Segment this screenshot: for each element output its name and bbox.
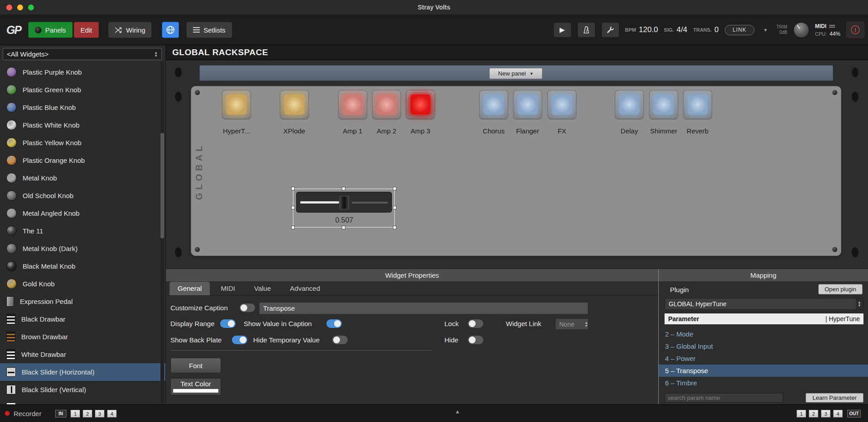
rackspace-canvas[interactable]: New panel ▼ GLOBAL [166, 60, 868, 269]
widget-item-plastic-blue-knob[interactable]: Plastic Blue Knob [0, 99, 166, 116]
panic-button[interactable]: ! [846, 22, 864, 38]
selected-widget-marquee[interactable]: 0.507 [293, 189, 395, 228]
display-range-toggle[interactable] [220, 319, 236, 328]
pad-amp-2[interactable] [372, 90, 401, 119]
widget-item-black-metal-knob[interactable]: Black Metal Knob [0, 257, 166, 275]
edit-button[interactable]: Edit [74, 22, 99, 38]
recorder-out-badge[interactable]: OUT [847, 410, 861, 417]
widget-item-gold-knob[interactable]: Gold Knob [0, 275, 166, 293]
font-button[interactable]: Font [170, 358, 221, 373]
resize-handle[interactable] [393, 206, 396, 209]
pad-amp-3[interactable] [406, 90, 435, 119]
resize-handle[interactable] [393, 187, 396, 190]
widget-item-old-school-knob[interactable]: Old School Knob [0, 187, 166, 204]
resize-handle[interactable] [342, 187, 345, 190]
widget-item-metal-knob-dark[interactable]: Metal Knob (Dark) [0, 240, 166, 257]
expand-panel-caret[interactable]: ▲ [455, 408, 460, 415]
show-back-plate-toggle[interactable] [232, 336, 247, 344]
hide-temporary-value-toggle[interactable] [332, 336, 348, 344]
pad-amp-1[interactable] [338, 90, 367, 119]
global-rackspace-button[interactable] [162, 22, 179, 38]
pad-shimmer[interactable] [649, 90, 678, 119]
tab-value[interactable]: Value [246, 282, 279, 295]
record-icon[interactable] [5, 411, 10, 416]
widget-item-plastic-white-knob[interactable]: Plastic White Knob [0, 116, 166, 134]
resize-handle[interactable] [342, 226, 345, 229]
channel-box-2[interactable]: 2 [83, 410, 92, 417]
widget-item-expression-pedal[interactable]: Expression Pedal [0, 293, 166, 310]
pad-reverb[interactable] [683, 90, 712, 119]
resize-handle[interactable] [291, 187, 295, 190]
channel-box-3[interactable]: 3 [95, 410, 104, 417]
show-value-toggle[interactable] [326, 319, 342, 328]
bpm-display[interactable]: BPM 120.0 [625, 25, 658, 34]
widget-filter-select[interactable]: <All Widgets> ▲▼ [3, 48, 162, 60]
text-color-button[interactable]: Text Color [170, 378, 221, 395]
resize-handle[interactable] [291, 206, 295, 209]
recorder-in-badge[interactable]: IN [55, 410, 66, 417]
tab-midi[interactable]: MIDI [212, 282, 243, 295]
slider-widget[interactable] [296, 192, 392, 213]
widget-link-select[interactable]: None ▲▼ [555, 318, 589, 330]
lock-toggle[interactable] [468, 319, 483, 328]
widget-item-plastic-orange-knob[interactable]: Plastic Orange Knob [0, 152, 166, 169]
pad-hypert[interactable] [222, 90, 251, 119]
pad-fx[interactable] [547, 90, 576, 119]
tab-general[interactable]: General [170, 282, 210, 295]
parameter-item-5-transpose[interactable]: 5 – Transpose [659, 365, 868, 377]
widget-item-black-slider-horizontal[interactable]: Black Slider (Horizontal) [0, 363, 166, 381]
channel-box-4[interactable]: 4 [107, 410, 117, 417]
sidebar-scrollbar-thumb[interactable] [160, 133, 164, 238]
widget-item-brown-drawbar[interactable]: Brown Drawbar [0, 328, 166, 346]
tempo-dropdown-caret[interactable]: ▼ [760, 28, 770, 33]
channel-box-3[interactable]: 3 [821, 410, 830, 417]
customize-caption-toggle[interactable] [240, 303, 255, 312]
learn-parameter-button[interactable]: Learn Parameter [806, 393, 863, 403]
hide-toggle[interactable] [468, 336, 483, 344]
widget-item-black-drawbar[interactable]: Black Drawbar [0, 310, 166, 328]
resize-handle[interactable] [291, 226, 295, 229]
widget-item-white-drawbar[interactable]: White Drawbar [0, 346, 166, 363]
tab-advanced[interactable]: Advanced [282, 282, 328, 295]
close-window-button[interactable] [6, 5, 12, 10]
trim-knob[interactable] [793, 22, 809, 38]
pad-chorus[interactable] [479, 90, 508, 119]
plugin-select[interactable]: GLOBAL HyperTune ▲▼ [665, 298, 863, 310]
open-plugin-button[interactable]: Open plugin [818, 284, 863, 294]
widget-item-black-slider-vertical[interactable]: Black Slider (Vertical) [0, 381, 166, 398]
transpose-display[interactable]: TRANS. 0 [693, 25, 718, 34]
pad-delay[interactable] [615, 90, 644, 119]
tuner-button[interactable] [601, 22, 619, 38]
play-button[interactable]: ▶ [553, 22, 571, 38]
widget-item-plastic-green-knob[interactable]: Plastic Green Knob [0, 81, 166, 99]
channel-box-1[interactable]: 1 [797, 410, 806, 417]
maximize-window-button[interactable] [28, 5, 34, 10]
wiring-button[interactable]: Wiring [108, 22, 152, 38]
pad-flanger[interactable] [513, 90, 542, 119]
metronome-button[interactable] [577, 22, 595, 38]
widget-item-metal-knob[interactable]: Metal Knob [0, 169, 166, 187]
widget-item-plastic-purple-knob[interactable]: Plastic Purple Knob [0, 63, 166, 81]
parameter-item-4-power[interactable]: 4 – Power [659, 352, 868, 365]
pad-xplode[interactable] [280, 90, 309, 119]
minimize-window-button[interactable] [17, 5, 23, 10]
new-panel-button[interactable]: New panel ▼ [489, 68, 542, 79]
widget-item-metal-angled-knob[interactable]: Metal Angled Knob [0, 204, 166, 222]
widget-item-plastic-yellow-knob[interactable]: Plastic Yellow Knob [0, 134, 166, 152]
caption-input[interactable] [259, 302, 588, 314]
slider-thumb[interactable] [340, 196, 349, 209]
setlists-button[interactable]: Setlists [186, 22, 232, 38]
resize-handle[interactable] [393, 226, 396, 229]
parameter-item-3-global-input[interactable]: 3 – Global Input [659, 340, 868, 352]
link-button[interactable]: LINK [725, 25, 755, 35]
channel-box-1[interactable]: 1 [71, 410, 80, 417]
channel-box-2[interactable]: 2 [809, 410, 818, 417]
panels-button[interactable]: Panels [28, 22, 73, 38]
global-panel[interactable]: GLOBAL 0.507 [191, 86, 841, 256]
widget-item-the-11[interactable]: The 11 [0, 222, 166, 240]
parameter-item-6-timbre[interactable]: 6 – Timbre [659, 377, 868, 389]
widget-item-white-slider-horizontal[interactable]: White Slider (Horizontal) [0, 398, 166, 404]
signature-display[interactable]: SIG. 4/4 [664, 25, 688, 34]
param-search-input[interactable] [665, 393, 783, 403]
channel-box-4[interactable]: 4 [833, 410, 843, 417]
